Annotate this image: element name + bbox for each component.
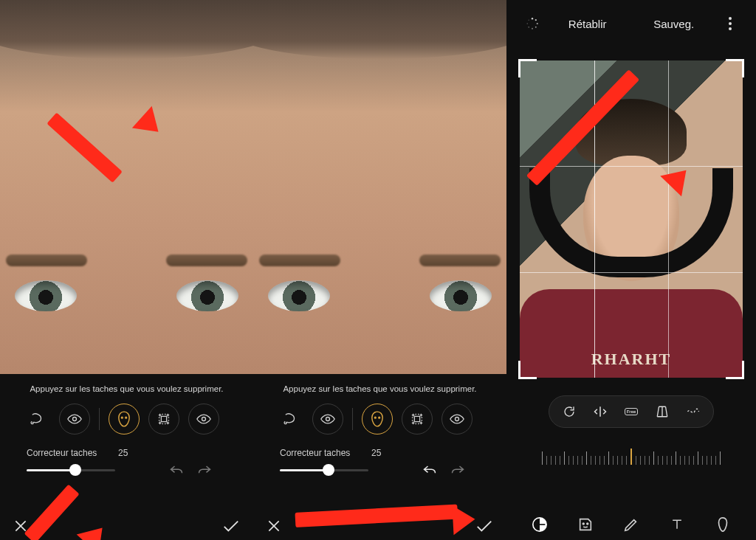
shirt-text: RHARHT bbox=[520, 350, 743, 369]
aspect-free-button[interactable]: Free bbox=[619, 401, 644, 423]
svg-point-6 bbox=[374, 417, 376, 418]
instruction-text: Appuyez sur les taches que vous voulez s… bbox=[0, 384, 253, 393]
svg-point-20 bbox=[729, 27, 732, 30]
svg-point-23 bbox=[587, 523, 588, 525]
portrait-tool[interactable] bbox=[707, 508, 739, 540]
crop-handle-tr[interactable] bbox=[726, 59, 744, 77]
redo-button[interactable] bbox=[450, 464, 465, 476]
brush-size-slider[interactable] bbox=[27, 469, 115, 471]
adjust-tool[interactable] bbox=[523, 508, 556, 540]
svg-point-2 bbox=[126, 417, 127, 418]
perspective-button[interactable] bbox=[650, 401, 675, 423]
svg-point-15 bbox=[528, 27, 529, 28]
editor-panel-crop: Rétablir Sauveg. RHARHT bbox=[506, 0, 756, 540]
face-retouch-tool[interactable] bbox=[362, 404, 393, 435]
svg-rect-8 bbox=[414, 416, 419, 421]
svg-point-22 bbox=[583, 523, 584, 525]
svg-point-5 bbox=[326, 418, 330, 421]
svg-point-13 bbox=[535, 27, 537, 28]
editor-panel-after: Appuyez sur les taches que vous voulez s… bbox=[253, 0, 506, 540]
photo-preview[interactable] bbox=[253, 0, 506, 374]
svg-rect-3 bbox=[161, 416, 166, 421]
loading-spinner-icon bbox=[520, 17, 545, 30]
svg-point-7 bbox=[379, 417, 380, 418]
redo-button[interactable] bbox=[197, 464, 212, 476]
svg-point-19 bbox=[729, 22, 732, 25]
editor-panel-before: Appuyez sur les taches que vous voulez s… bbox=[0, 0, 253, 540]
save-button[interactable]: Sauveg. bbox=[653, 18, 694, 30]
svg-point-1 bbox=[121, 417, 123, 418]
undo-button[interactable] bbox=[422, 464, 437, 476]
rotate-button[interactable] bbox=[557, 401, 582, 423]
sticker-tool[interactable] bbox=[569, 508, 602, 540]
crop-handle-bl[interactable] bbox=[518, 361, 537, 379]
slider-label: Correcteur taches bbox=[280, 448, 350, 458]
preview-toggle-2[interactable] bbox=[188, 404, 219, 435]
pattern-tool[interactable] bbox=[148, 404, 179, 435]
crop-handle-tl[interactable] bbox=[518, 59, 537, 77]
svg-point-14 bbox=[532, 28, 533, 30]
lasso-tool[interactable] bbox=[274, 404, 303, 434]
svg-point-16 bbox=[527, 23, 529, 24]
preview-toggle-2[interactable] bbox=[441, 404, 472, 435]
slider-label: Correcteur taches bbox=[27, 448, 97, 458]
svg-point-17 bbox=[528, 19, 529, 21]
draw-tool[interactable] bbox=[615, 508, 647, 540]
preview-toggle[interactable] bbox=[59, 404, 90, 435]
flip-button[interactable] bbox=[588, 401, 613, 423]
svg-point-18 bbox=[729, 17, 732, 20]
face-retouch-tool[interactable] bbox=[109, 404, 140, 435]
lasso-tool[interactable] bbox=[21, 404, 50, 434]
slider-value: 25 bbox=[363, 448, 381, 458]
photo-preview[interactable]: RHARHT bbox=[520, 60, 743, 378]
brush-size-slider[interactable] bbox=[280, 469, 368, 471]
confirm-button[interactable] bbox=[222, 519, 240, 533]
crop-frame[interactable]: RHARHT bbox=[520, 60, 743, 378]
undo-button[interactable] bbox=[169, 464, 184, 476]
svg-point-9 bbox=[456, 418, 459, 421]
instruction-text: Appuyez sur les taches que vous voulez s… bbox=[253, 384, 506, 393]
rotation-ruler[interactable] bbox=[506, 443, 756, 465]
cancel-button[interactable] bbox=[267, 519, 281, 533]
pattern-tool[interactable] bbox=[402, 404, 433, 435]
svg-point-11 bbox=[535, 19, 537, 21]
svg-point-4 bbox=[202, 418, 206, 421]
slider-value: 25 bbox=[110, 448, 128, 458]
crop-handle-br[interactable] bbox=[726, 361, 744, 379]
preview-toggle[interactable] bbox=[312, 404, 343, 435]
svg-point-0 bbox=[73, 418, 77, 421]
bottom-toolbar bbox=[506, 502, 756, 540]
freeform-button[interactable] bbox=[681, 401, 706, 423]
confirm-button[interactable] bbox=[475, 519, 493, 533]
photo-preview[interactable] bbox=[0, 0, 253, 374]
transform-toolbar: Free bbox=[549, 395, 714, 428]
more-options-button[interactable] bbox=[718, 17, 743, 30]
reset-button[interactable]: Rétablir bbox=[568, 18, 607, 30]
svg-point-10 bbox=[532, 18, 533, 19]
svg-point-12 bbox=[537, 23, 538, 24]
cancel-button[interactable] bbox=[13, 519, 28, 533]
text-tool[interactable] bbox=[661, 508, 693, 540]
